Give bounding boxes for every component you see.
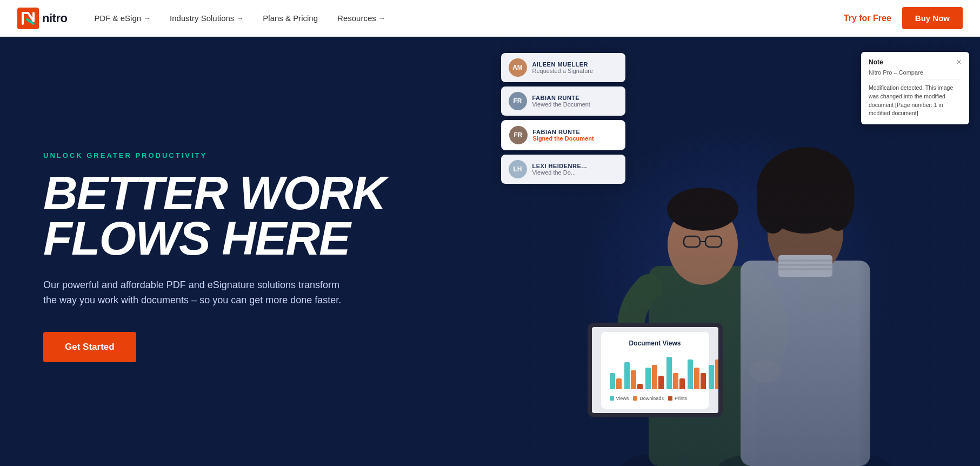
bar xyxy=(645,368,651,389)
activity-card-4: LH LEXI HEIDENRE... Viewed the Do... xyxy=(501,155,625,184)
bar xyxy=(666,357,672,389)
tablet: Document Views xyxy=(588,323,723,417)
bar xyxy=(688,360,693,389)
activity-name-4: LEXI HEIDENRE... xyxy=(532,163,588,169)
legend-label-views: Views xyxy=(616,396,629,401)
legend-dot-orange xyxy=(633,396,637,401)
bar xyxy=(616,378,622,389)
logo-text: nitro xyxy=(42,11,67,25)
bar xyxy=(631,370,636,389)
bar xyxy=(637,384,643,389)
close-icon[interactable]: ✕ xyxy=(956,58,962,66)
activity-name-1: AILEEN MUELLER xyxy=(532,61,594,68)
activity-info-3: FABIAN RUNTE Signed the Document xyxy=(533,129,594,142)
hero-right: Document Views xyxy=(490,37,981,466)
bar xyxy=(701,373,706,389)
hero-title: BETTER WORK FLOWS HERE xyxy=(43,170,458,261)
svg-point-16 xyxy=(768,158,843,201)
navbar: nitro PDF & eSign → Industry Solutions →… xyxy=(0,0,980,37)
unlock-label: UNLOCK GREATER PRODUCTIVITY xyxy=(43,151,458,159)
legend-label-prints: Prints xyxy=(675,396,687,401)
bar xyxy=(694,368,699,389)
bar-group-1 xyxy=(610,373,622,389)
svg-rect-0 xyxy=(17,8,39,29)
nav-item-resources[interactable]: Resources → xyxy=(330,9,393,27)
svg-rect-17 xyxy=(778,255,832,277)
activity-action-1: Requested a Signature xyxy=(532,68,594,74)
bar xyxy=(722,370,723,389)
bar-group-3 xyxy=(645,365,664,389)
doc-views-title: Document Views xyxy=(610,339,701,347)
get-started-button[interactable]: Get Started xyxy=(43,332,136,362)
note-title: Note xyxy=(869,58,883,66)
note-header: Note ✕ xyxy=(869,58,962,66)
buy-now-button[interactable]: Buy Now xyxy=(902,7,963,29)
nitro-logo-icon xyxy=(17,8,39,29)
activity-cards: AM AILEEN MUELLER Requested a Signature … xyxy=(501,53,625,184)
bar xyxy=(610,373,615,389)
nav-item-plans[interactable]: Plans & Pricing xyxy=(255,9,325,27)
arrow-icon: → xyxy=(378,14,385,22)
bar xyxy=(709,365,714,389)
bar-group-4 xyxy=(666,357,685,389)
bar-group-5 xyxy=(688,360,706,389)
legend-downloads: Downloads xyxy=(633,396,664,401)
hero-section: UNLOCK GREATER PRODUCTIVITY BETTER WORK … xyxy=(0,0,980,466)
activity-action-2: Viewed the Document xyxy=(532,101,590,108)
activity-info-4: LEXI HEIDENRE... Viewed the Do... xyxy=(532,163,588,176)
legend-label-downloads: Downloads xyxy=(639,396,664,401)
bar xyxy=(673,373,678,389)
chart-legend: Views Downloads Prints xyxy=(610,396,701,401)
logo[interactable]: nitro xyxy=(17,8,67,29)
activity-info-2: FABIAN RUNTE Viewed the Document xyxy=(532,95,590,108)
avatar-aileen: AM xyxy=(509,58,527,77)
activity-action-4: Viewed the Do... xyxy=(532,169,588,176)
chart-area xyxy=(610,354,701,391)
legend-dot-teal xyxy=(610,396,614,401)
activity-info-1: AILEEN MUELLER Requested a Signature xyxy=(532,61,594,74)
bar xyxy=(679,378,685,389)
bar xyxy=(658,376,664,389)
avatar-fabian2: FR xyxy=(509,126,528,144)
activity-card-1: AM AILEEN MUELLER Requested a Signature xyxy=(501,53,625,82)
nav-links: PDF & eSign → Industry Solutions → Plans… xyxy=(86,9,843,27)
doc-views-card-tablet: Document Views xyxy=(601,332,709,409)
activity-card-3: FR FABIAN RUNTE Signed the Document xyxy=(501,120,625,150)
legend-prints: Prints xyxy=(668,396,687,401)
activity-name-3: FABIAN RUNTE xyxy=(533,129,594,135)
bar xyxy=(715,360,721,389)
note-subtitle: Nitro Pro – Compare xyxy=(869,69,962,79)
hero-title-line2: FLOWS HERE xyxy=(43,211,350,265)
svg-rect-11 xyxy=(741,261,870,466)
note-body: Modification detected: This image was ch… xyxy=(869,84,962,118)
activity-name-2: FABIAN RUNTE xyxy=(532,95,590,101)
note-card: Note ✕ Nitro Pro – Compare Modification … xyxy=(861,52,969,124)
try-for-free-link[interactable]: Try for Free xyxy=(844,14,891,23)
activity-action-3: Signed the Document xyxy=(533,135,594,142)
arrow-icon: → xyxy=(236,14,243,22)
activity-card-2: FR FABIAN RUNTE Viewed the Document xyxy=(501,86,625,116)
arrow-icon: → xyxy=(143,14,150,22)
bar xyxy=(624,362,630,389)
legend-dot-rust xyxy=(668,396,672,401)
nav-actions: Try for Free Buy Now xyxy=(844,7,963,29)
nav-item-pdf-esign[interactable]: PDF & eSign → xyxy=(86,9,158,27)
avatar-lexi: LH xyxy=(509,160,527,178)
nav-item-industry[interactable]: Industry Solutions → xyxy=(162,9,251,27)
bar-group-2 xyxy=(624,362,643,389)
bar-group-6 xyxy=(709,360,723,389)
svg-point-7 xyxy=(667,188,738,231)
hero-left: UNLOCK GREATER PRODUCTIVITY BETTER WORK … xyxy=(0,37,490,466)
avatar-fabian1: FR xyxy=(509,92,527,110)
hero-description: Our powerful and affordable PDF and eSig… xyxy=(43,278,346,308)
bar xyxy=(652,365,657,389)
legend-views: Views xyxy=(610,396,629,401)
